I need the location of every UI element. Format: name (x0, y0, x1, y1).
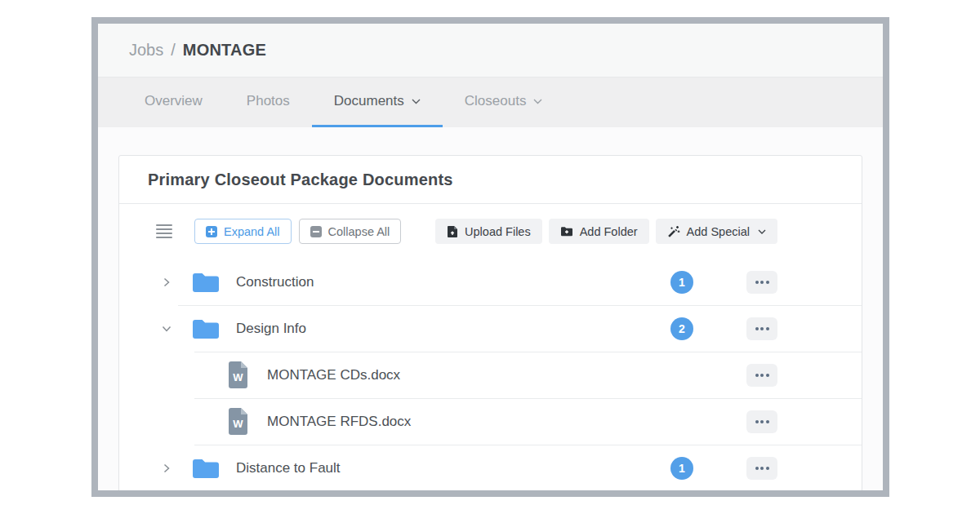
row-more-actions-button[interactable] (746, 364, 777, 387)
row-more-actions-button[interactable] (746, 271, 777, 294)
square-plus-icon (206, 226, 217, 237)
chevron-down-icon (533, 99, 542, 104)
tree-row-folder-construction[interactable]: Construction 1 (119, 259, 862, 305)
app-window: Jobs / MONTAGE Overview Photos Documents… (91, 17, 889, 497)
row-more-actions-button[interactable] (746, 457, 777, 480)
tree-row-file-montage-cds[interactable]: W MONTAGE CDs.docx (119, 352, 862, 398)
folder-plus-icon (560, 226, 573, 237)
file-upload-icon (447, 225, 458, 238)
folder-icon (191, 457, 220, 480)
row-divider (194, 445, 862, 445)
tree-row-file-montage-rfds[interactable]: W MONTAGE RFDS.docx (119, 398, 862, 445)
add-folder-label: Add Folder (580, 225, 638, 238)
expand-all-label: Expand All (224, 225, 280, 238)
chevron-right-icon[interactable] (162, 463, 172, 473)
tree-row-folder-distance-to-fault[interactable]: Distance to Fault 1 (119, 445, 862, 491)
chevron-down-icon[interactable] (162, 326, 172, 332)
file-name: MONTAGE RFDS.docx (267, 414, 411, 430)
list-menu-icon[interactable] (156, 224, 172, 239)
add-special-label: Add Special (687, 225, 750, 238)
tab-photos-label: Photos (247, 93, 290, 109)
breadcrumb: Jobs / MONTAGE (98, 24, 883, 78)
page-title: MONTAGE (183, 41, 266, 60)
svg-text:W: W (233, 418, 243, 430)
tree-row-folder-design-info[interactable]: Design Info 2 (119, 305, 862, 352)
documents-toolbar: Expand All Collapse All Uplo (119, 204, 862, 259)
word-document-icon: W (227, 361, 249, 388)
expand-all-button[interactable]: Expand All (194, 219, 292, 244)
tab-overview-label: Overview (145, 93, 203, 109)
tab-documents[interactable]: Documents (312, 78, 443, 127)
square-minus-icon (310, 226, 322, 237)
chevron-down-icon (412, 99, 421, 104)
word-document-icon: W (227, 408, 249, 435)
tab-photos[interactable]: Photos (225, 78, 312, 127)
file-name: MONTAGE CDs.docx (267, 367, 400, 383)
folder-name: Distance to Fault (236, 460, 341, 476)
tab-bar: Overview Photos Documents Closeouts (98, 78, 883, 127)
folder-icon (191, 317, 220, 340)
upload-files-button[interactable]: Upload Files (435, 219, 542, 244)
add-special-button[interactable]: Add Special (656, 219, 777, 244)
row-more-actions-button[interactable] (746, 317, 777, 340)
collapse-all-label: Collapse All (328, 225, 390, 238)
breadcrumb-separator: / (171, 41, 176, 60)
upload-files-label: Upload Files (465, 225, 531, 238)
item-count-badge: 2 (670, 317, 693, 340)
collapse-all-button[interactable]: Collapse All (299, 219, 402, 244)
row-more-actions-button[interactable] (746, 410, 777, 433)
tab-overview[interactable]: Overview (122, 78, 225, 127)
folder-name: Construction (236, 274, 314, 290)
row-divider (194, 352, 862, 352)
chevron-down-icon (758, 229, 766, 234)
magic-wand-icon (667, 225, 680, 238)
tab-closeouts[interactable]: Closeouts (443, 78, 565, 127)
row-divider (194, 398, 862, 399)
chevron-right-icon[interactable] (162, 277, 172, 287)
item-count-badge: 1 (670, 457, 693, 480)
breadcrumb-jobs-link[interactable]: Jobs (129, 41, 163, 60)
card-title: Primary Closeout Package Documents (148, 171, 453, 189)
content-area: Primary Closeout Package Documents Expan… (98, 127, 883, 497)
svg-text:W: W (233, 371, 243, 383)
folder-name: Design Info (236, 321, 306, 337)
documents-card: Primary Closeout Package Documents Expan… (118, 155, 862, 497)
card-header: Primary Closeout Package Documents (119, 156, 862, 204)
add-folder-button[interactable]: Add Folder (549, 219, 649, 244)
tab-closeouts-label: Closeouts (465, 93, 527, 109)
folder-icon (191, 271, 220, 294)
tab-documents-label: Documents (334, 93, 404, 109)
row-divider (178, 305, 862, 306)
item-count-badge: 1 (670, 271, 693, 294)
